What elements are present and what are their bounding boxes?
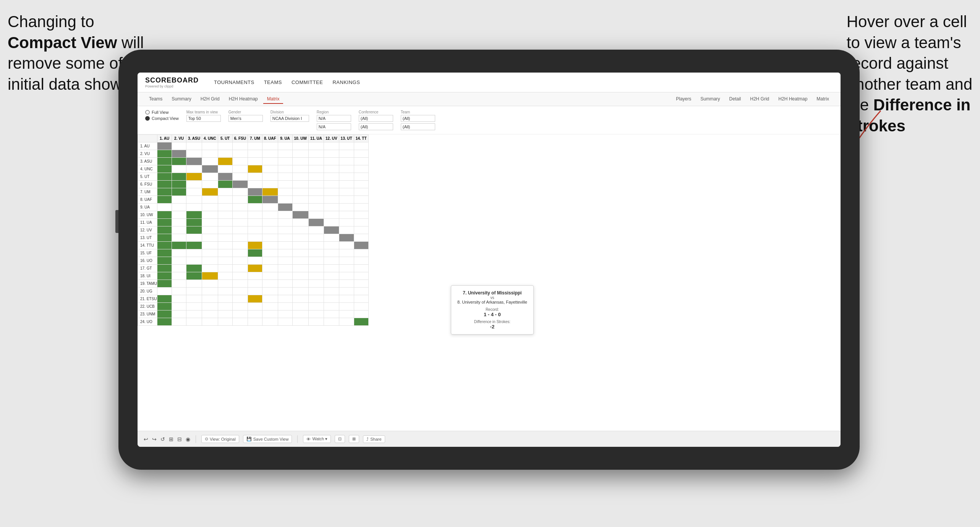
matrix-cell[interactable] [157, 165, 172, 173]
matrix-cell[interactable] [218, 196, 232, 204]
matrix-cell[interactable] [202, 272, 218, 280]
matrix-cell[interactable] [278, 288, 292, 295]
matrix-cell[interactable] [218, 158, 232, 165]
matrix-cell[interactable] [202, 249, 218, 257]
matrix-cell[interactable] [157, 310, 172, 318]
matrix-cell[interactable] [262, 249, 278, 257]
matrix-cell[interactable] [278, 226, 292, 234]
matrix-cell[interactable] [186, 234, 202, 242]
matrix-cell[interactable] [232, 280, 248, 288]
matrix-cell[interactable] [218, 173, 232, 181]
matrix-cell[interactable] [354, 257, 368, 265]
matrix-cell[interactable] [292, 204, 308, 211]
matrix-cell[interactable] [248, 272, 262, 280]
matrix-cell[interactable] [339, 310, 354, 318]
matrix-cell[interactable] [324, 288, 339, 295]
matrix-cell[interactable] [308, 188, 324, 196]
matrix-cell[interactable] [186, 173, 202, 181]
matrix-cell[interactable] [186, 310, 202, 318]
matrix-cell[interactable] [172, 249, 186, 257]
matrix-cell[interactable] [278, 234, 292, 242]
matrix-cell[interactable] [262, 288, 278, 295]
matrix-cell[interactable] [186, 211, 202, 219]
matrix-cell[interactable] [202, 226, 218, 234]
matrix-cell[interactable] [308, 204, 324, 211]
matrix-cell[interactable] [292, 249, 308, 257]
subnav-players[interactable]: Players [672, 95, 695, 104]
matrix-cell[interactable] [292, 295, 308, 303]
matrix-cell[interactable] [262, 196, 278, 204]
matrix-cell[interactable] [278, 165, 292, 173]
nav-tournaments[interactable]: TOURNAMENTS [214, 79, 254, 85]
matrix-cell[interactable] [172, 158, 186, 165]
region-select-2[interactable]: N/A [317, 123, 351, 130]
matrix-cell[interactable] [218, 142, 232, 150]
matrix-cell[interactable] [218, 280, 232, 288]
matrix-cell[interactable] [232, 150, 248, 158]
matrix-cell[interactable] [324, 265, 339, 272]
matrix-cell[interactable] [232, 249, 248, 257]
matrix-cell[interactable] [278, 249, 292, 257]
matrix-cell[interactable] [292, 303, 308, 310]
matrix-cell[interactable] [308, 265, 324, 272]
matrix-cell[interactable] [262, 188, 278, 196]
matrix-cell[interactable] [172, 226, 186, 234]
matrix-cell[interactable] [186, 181, 202, 188]
matrix-cell[interactable] [172, 234, 186, 242]
matrix-cell[interactable] [186, 295, 202, 303]
matrix-cell[interactable] [157, 226, 172, 234]
matrix-cell[interactable] [354, 181, 368, 188]
matrix-cell[interactable] [157, 211, 172, 219]
subnav-summary[interactable]: Summary [168, 95, 195, 104]
matrix-cell[interactable] [248, 165, 262, 173]
subnav-p-h2hheatmap[interactable]: H2H Heatmap [774, 95, 811, 104]
matrix-cell[interactable] [339, 181, 354, 188]
matrix-cell[interactable] [218, 272, 232, 280]
matrix-cell[interactable] [232, 288, 248, 295]
matrix-cell[interactable] [157, 288, 172, 295]
gender-select[interactable]: Men's [228, 115, 263, 122]
matrix-cell[interactable] [262, 150, 278, 158]
matrix-cell[interactable] [202, 234, 218, 242]
matrix-cell[interactable] [202, 242, 218, 249]
matrix-cell[interactable] [218, 242, 232, 249]
matrix-cell[interactable] [172, 188, 186, 196]
matrix-cell[interactable] [339, 219, 354, 226]
full-view-radio[interactable] [145, 110, 150, 115]
toolbar-redo[interactable]: ↪ [152, 436, 157, 442]
matrix-cell[interactable] [232, 211, 248, 219]
matrix-cell[interactable] [232, 158, 248, 165]
matrix-cell[interactable] [202, 204, 218, 211]
matrix-cell[interactable] [308, 173, 324, 181]
toolbar-view-original[interactable]: ⊙ View: Original [201, 435, 239, 443]
toolbar-reset[interactable]: ◉ [186, 436, 190, 442]
matrix-cell[interactable] [186, 272, 202, 280]
matrix-cell[interactable] [248, 226, 262, 234]
matrix-cell[interactable] [172, 196, 186, 204]
matrix-cell[interactable] [172, 181, 186, 188]
matrix-cell[interactable] [278, 265, 292, 272]
toolbar-undo[interactable]: ↩ [144, 436, 148, 442]
matrix-cell[interactable] [218, 211, 232, 219]
matrix-cell[interactable] [262, 158, 278, 165]
nav-teams[interactable]: TEAMS [264, 79, 282, 85]
matrix-cell[interactable] [339, 165, 354, 173]
matrix-cell[interactable] [339, 188, 354, 196]
matrix-cell[interactable] [292, 318, 308, 326]
matrix-cell[interactable] [292, 165, 308, 173]
matrix-cell[interactable] [248, 142, 262, 150]
matrix-cell[interactable] [339, 295, 354, 303]
matrix-cell[interactable] [202, 211, 218, 219]
matrix-cell[interactable] [292, 310, 308, 318]
matrix-cell[interactable] [232, 295, 248, 303]
matrix-cell[interactable] [354, 234, 368, 242]
matrix-cell[interactable] [172, 280, 186, 288]
toolbar-zoom-in[interactable]: ⊞ [169, 436, 173, 442]
subnav-h2hheatmap[interactable]: H2H Heatmap [225, 95, 262, 104]
matrix-cell[interactable] [324, 318, 339, 326]
matrix-cell[interactable] [292, 211, 308, 219]
matrix-cell[interactable] [324, 257, 339, 265]
matrix-cell[interactable] [278, 310, 292, 318]
matrix-cell[interactable] [308, 310, 324, 318]
matrix-cell[interactable] [354, 288, 368, 295]
